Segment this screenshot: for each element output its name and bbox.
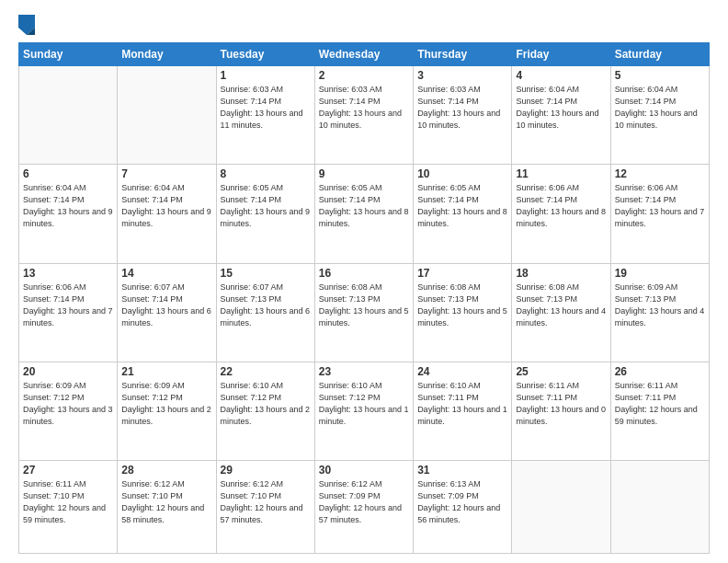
logo-icon [18, 15, 35, 35]
calendar-cell: 7Sunrise: 6:04 AM Sunset: 7:14 PM Daylig… [118, 165, 216, 263]
calendar-cell: 19Sunrise: 6:09 AM Sunset: 7:13 PM Dayli… [610, 263, 709, 362]
day-info: Sunrise: 6:09 AM Sunset: 7:12 PM Dayligh… [121, 380, 211, 428]
calendar-cell: 15Sunrise: 6:07 AM Sunset: 7:13 PM Dayli… [216, 263, 314, 362]
day-info: Sunrise: 6:03 AM Sunset: 7:14 PM Dayligh… [319, 84, 409, 132]
calendar-cell: 12Sunrise: 6:06 AM Sunset: 7:14 PM Dayli… [610, 165, 709, 263]
day-info: Sunrise: 6:08 AM Sunset: 7:13 PM Dayligh… [516, 282, 606, 329]
calendar-cell: 29Sunrise: 6:12 AM Sunset: 7:10 PM Dayli… [216, 461, 314, 554]
calendar-cell: 8Sunrise: 6:05 AM Sunset: 7:14 PM Daylig… [216, 165, 314, 263]
day-number: 7 [121, 167, 211, 180]
day-info: Sunrise: 6:06 AM Sunset: 7:14 PM Dayligh… [615, 182, 705, 230]
calendar-cell: 3Sunrise: 6:03 AM Sunset: 7:14 PM Daylig… [414, 66, 512, 165]
day-number: 12 [615, 167, 705, 180]
day-number: 20 [23, 365, 113, 378]
day-number: 22 [221, 365, 311, 378]
day-number: 5 [615, 69, 705, 82]
day-number: 17 [417, 267, 507, 280]
calendar-cell [118, 66, 216, 165]
calendar-cell: 4Sunrise: 6:04 AM Sunset: 7:14 PM Daylig… [512, 66, 610, 165]
calendar-cell: 14Sunrise: 6:07 AM Sunset: 7:14 PM Dayli… [118, 263, 216, 362]
weekday-header-thursday: Thursday [414, 43, 512, 66]
calendar-cell: 13Sunrise: 6:06 AM Sunset: 7:14 PM Dayli… [19, 263, 118, 362]
day-info: Sunrise: 6:08 AM Sunset: 7:13 PM Dayligh… [319, 282, 409, 329]
day-number: 21 [121, 365, 211, 378]
calendar-cell: 18Sunrise: 6:08 AM Sunset: 7:13 PM Dayli… [512, 263, 610, 362]
day-number: 26 [615, 365, 705, 378]
calendar-cell: 21Sunrise: 6:09 AM Sunset: 7:12 PM Dayli… [118, 362, 216, 460]
calendar-cell: 1Sunrise: 6:03 AM Sunset: 7:14 PM Daylig… [216, 66, 314, 165]
calendar-cell: 28Sunrise: 6:12 AM Sunset: 7:10 PM Dayli… [118, 461, 216, 554]
day-info: Sunrise: 6:05 AM Sunset: 7:14 PM Dayligh… [221, 182, 311, 230]
day-info: Sunrise: 6:07 AM Sunset: 7:13 PM Dayligh… [221, 282, 311, 329]
day-info: Sunrise: 6:11 AM Sunset: 7:11 PM Dayligh… [615, 380, 705, 428]
day-info: Sunrise: 6:05 AM Sunset: 7:14 PM Dayligh… [319, 182, 409, 230]
day-info: Sunrise: 6:09 AM Sunset: 7:13 PM Dayligh… [615, 282, 705, 329]
day-number: 30 [319, 464, 409, 477]
day-number: 28 [121, 464, 211, 477]
day-number: 15 [221, 267, 311, 280]
calendar-cell: 20Sunrise: 6:09 AM Sunset: 7:12 PM Dayli… [19, 362, 118, 460]
day-info: Sunrise: 6:10 AM Sunset: 7:11 PM Dayligh… [417, 380, 507, 428]
day-info: Sunrise: 6:12 AM Sunset: 7:10 PM Dayligh… [121, 478, 211, 526]
calendar-cell: 25Sunrise: 6:11 AM Sunset: 7:11 PM Dayli… [512, 362, 610, 460]
day-number: 31 [417, 464, 507, 477]
day-info: Sunrise: 6:03 AM Sunset: 7:14 PM Dayligh… [417, 84, 507, 132]
day-number: 24 [417, 365, 507, 378]
day-number: 9 [319, 167, 409, 180]
day-info: Sunrise: 6:11 AM Sunset: 7:10 PM Dayligh… [23, 478, 113, 526]
day-number: 3 [417, 69, 507, 82]
day-number: 27 [23, 464, 113, 477]
day-info: Sunrise: 6:13 AM Sunset: 7:09 PM Dayligh… [417, 478, 507, 526]
day-number: 8 [221, 167, 311, 180]
calendar-cell: 2Sunrise: 6:03 AM Sunset: 7:14 PM Daylig… [314, 66, 413, 165]
calendar-cell: 31Sunrise: 6:13 AM Sunset: 7:09 PM Dayli… [414, 461, 512, 554]
day-number: 4 [516, 69, 606, 82]
calendar-cell: 16Sunrise: 6:08 AM Sunset: 7:13 PM Dayli… [314, 263, 413, 362]
day-number: 14 [121, 267, 211, 280]
day-number: 6 [23, 167, 113, 180]
day-number: 1 [221, 69, 311, 82]
day-number: 25 [516, 365, 606, 378]
day-number: 13 [23, 267, 113, 280]
day-number: 2 [319, 69, 409, 82]
day-number: 29 [221, 464, 311, 477]
weekday-header-wednesday: Wednesday [314, 43, 413, 66]
day-info: Sunrise: 6:12 AM Sunset: 7:10 PM Dayligh… [221, 478, 311, 526]
day-info: Sunrise: 6:10 AM Sunset: 7:12 PM Dayligh… [319, 380, 409, 428]
day-info: Sunrise: 6:06 AM Sunset: 7:14 PM Dayligh… [23, 282, 113, 329]
day-info: Sunrise: 6:12 AM Sunset: 7:09 PM Dayligh… [319, 478, 409, 526]
header [18, 15, 710, 35]
weekday-header-saturday: Saturday [610, 43, 709, 66]
day-info: Sunrise: 6:04 AM Sunset: 7:14 PM Dayligh… [23, 182, 113, 230]
weekday-header-friday: Friday [512, 43, 610, 66]
day-info: Sunrise: 6:04 AM Sunset: 7:14 PM Dayligh… [615, 84, 705, 132]
day-info: Sunrise: 6:08 AM Sunset: 7:13 PM Dayligh… [417, 282, 507, 329]
day-info: Sunrise: 6:10 AM Sunset: 7:12 PM Dayligh… [221, 380, 311, 428]
day-info: Sunrise: 6:04 AM Sunset: 7:14 PM Dayligh… [121, 182, 211, 230]
calendar-cell: 11Sunrise: 6:06 AM Sunset: 7:14 PM Dayli… [512, 165, 610, 263]
day-info: Sunrise: 6:06 AM Sunset: 7:14 PM Dayligh… [516, 182, 606, 230]
day-info: Sunrise: 6:09 AM Sunset: 7:12 PM Dayligh… [23, 380, 113, 428]
day-info: Sunrise: 6:05 AM Sunset: 7:14 PM Dayligh… [417, 182, 507, 230]
day-info: Sunrise: 6:11 AM Sunset: 7:11 PM Dayligh… [516, 380, 606, 428]
calendar-cell: 24Sunrise: 6:10 AM Sunset: 7:11 PM Dayli… [414, 362, 512, 460]
day-number: 19 [615, 267, 705, 280]
calendar-cell: 6Sunrise: 6:04 AM Sunset: 7:14 PM Daylig… [19, 165, 118, 263]
weekday-header-sunday: Sunday [19, 43, 118, 66]
calendar-cell [610, 461, 709, 554]
calendar-cell [19, 66, 118, 165]
calendar-cell: 27Sunrise: 6:11 AM Sunset: 7:10 PM Dayli… [19, 461, 118, 554]
calendar-cell: 9Sunrise: 6:05 AM Sunset: 7:14 PM Daylig… [314, 165, 413, 263]
page: SundayMondayTuesdayWednesdayThursdayFrid… [0, 0, 728, 563]
logo [18, 15, 37, 35]
calendar-cell: 17Sunrise: 6:08 AM Sunset: 7:13 PM Dayli… [414, 263, 512, 362]
calendar-cell: 30Sunrise: 6:12 AM Sunset: 7:09 PM Dayli… [314, 461, 413, 554]
calendar-cell [512, 461, 610, 554]
calendar-table: SundayMondayTuesdayWednesdayThursdayFrid… [18, 42, 710, 554]
calendar-cell: 23Sunrise: 6:10 AM Sunset: 7:12 PM Dayli… [314, 362, 413, 460]
calendar-cell: 22Sunrise: 6:10 AM Sunset: 7:12 PM Dayli… [216, 362, 314, 460]
day-number: 18 [516, 267, 606, 280]
day-number: 16 [319, 267, 409, 280]
day-info: Sunrise: 6:07 AM Sunset: 7:14 PM Dayligh… [121, 282, 211, 329]
calendar-cell: 10Sunrise: 6:05 AM Sunset: 7:14 PM Dayli… [414, 165, 512, 263]
